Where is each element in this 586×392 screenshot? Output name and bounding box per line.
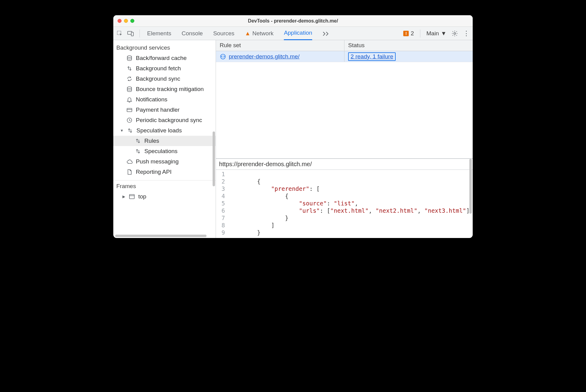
swap-vert-icon bbox=[135, 148, 141, 155]
svg-point-3 bbox=[454, 33, 456, 34]
item-bgfetch[interactable]: Background fetch bbox=[113, 63, 216, 74]
kebab-menu-icon[interactable]: ⋮ bbox=[463, 30, 470, 37]
item-payment[interactable]: Payment handler bbox=[113, 105, 216, 115]
item-label: top bbox=[138, 193, 146, 200]
ruleset-link[interactable]: prerender-demos.glitch.me/ bbox=[229, 53, 299, 60]
code-gutter: 1 2 3 4 5 6 7 8 9 bbox=[216, 170, 229, 236]
expand-arrow-icon: ▼ bbox=[120, 128, 124, 133]
code-circle-icon bbox=[220, 53, 226, 60]
sidebar-hscroll[interactable] bbox=[115, 235, 207, 237]
item-label: Reporting API bbox=[136, 169, 171, 175]
code-viewer: 1 2 3 4 5 6 7 8 9 { "prerender": [ { "so… bbox=[216, 170, 473, 238]
sidebar-vscroll[interactable] bbox=[213, 131, 215, 186]
grid-header: Rule set Status bbox=[216, 40, 473, 51]
devtools-window: DevTools - prerender-demos.glitch.me/ El… bbox=[113, 15, 473, 238]
swap-vert-icon bbox=[126, 65, 133, 72]
svg-rect-6 bbox=[127, 108, 132, 112]
item-rules[interactable]: Rules bbox=[113, 136, 216, 146]
item-notifications[interactable]: Notifications bbox=[113, 94, 216, 105]
cell-status: 2 ready, 1 failure bbox=[344, 51, 473, 62]
tab-network[interactable]: ▲ Network bbox=[245, 27, 274, 40]
item-label: Bounce tracking mitigation bbox=[136, 86, 204, 93]
item-speculative[interactable]: ▼ Speculative loads bbox=[113, 125, 216, 136]
item-label: Payment handler bbox=[136, 107, 180, 113]
grid-blank bbox=[216, 62, 473, 159]
expand-arrow-icon: ▶ bbox=[122, 194, 125, 199]
panel-tabs: Elements Console Sources ▲ Network Appli… bbox=[147, 27, 397, 40]
tab-sources[interactable]: Sources bbox=[213, 27, 235, 40]
gear-icon[interactable] bbox=[451, 30, 458, 37]
code-lines: { "prerender": [ { "source": "list", "ur… bbox=[229, 170, 473, 236]
zoom-window-button[interactable] bbox=[130, 19, 134, 23]
swap-vert-icon bbox=[127, 127, 133, 134]
item-label: Notifications bbox=[136, 96, 168, 103]
devtools-toolbar: Elements Console Sources ▲ Network Appli… bbox=[113, 27, 473, 40]
col-status[interactable]: Status bbox=[344, 40, 473, 51]
item-label: Background sync bbox=[136, 75, 180, 82]
section-background-services: Background services bbox=[113, 42, 216, 53]
database-icon bbox=[126, 86, 133, 93]
item-label: Background fetch bbox=[136, 65, 181, 72]
close-window-button[interactable] bbox=[118, 19, 122, 23]
window-title: DevTools - prerender-demos.glitch.me/ bbox=[113, 18, 473, 24]
col-ruleset[interactable]: Rule set bbox=[216, 40, 344, 51]
document-icon bbox=[126, 169, 133, 175]
frame-icon bbox=[129, 193, 135, 200]
bell-icon bbox=[126, 96, 133, 103]
svg-point-5 bbox=[127, 87, 132, 89]
item-periodic[interactable]: Periodic background sync bbox=[113, 115, 216, 125]
cell-ruleset: prerender-demos.glitch.me/ bbox=[216, 51, 344, 62]
issues-badge-icon: ! bbox=[403, 31, 409, 36]
warning-icon: ▲ bbox=[245, 30, 251, 37]
details-pane: https://prerender-demos.glitch.me/ 1 2 3… bbox=[216, 159, 473, 238]
svg-rect-8 bbox=[129, 194, 134, 199]
tabs-overflow[interactable] bbox=[323, 27, 330, 40]
database-icon bbox=[126, 55, 133, 61]
credit-card-icon bbox=[126, 107, 133, 113]
context-selector[interactable]: Main ▼ bbox=[426, 30, 447, 37]
item-frame-top[interactable]: ▶ top bbox=[113, 191, 216, 202]
traffic-lights bbox=[113, 19, 134, 23]
rules-pane: Rule set Status prerender-demos.glitch.m… bbox=[216, 40, 473, 238]
tab-elements[interactable]: Elements bbox=[147, 27, 171, 40]
item-label: Rules bbox=[144, 138, 159, 144]
swap-vert-icon bbox=[135, 138, 141, 144]
sync-icon bbox=[126, 75, 133, 82]
item-label: Speculations bbox=[144, 148, 178, 155]
tab-network-label: Network bbox=[252, 30, 274, 37]
ruleset-row[interactable]: prerender-demos.glitch.me/ 2 ready, 1 fa… bbox=[216, 51, 473, 62]
detail-url: https://prerender-demos.glitch.me/ bbox=[216, 159, 473, 170]
item-label: Periodic background sync bbox=[136, 117, 202, 124]
svg-point-4 bbox=[127, 56, 132, 58]
device-toggle-icon[interactable] bbox=[127, 30, 134, 37]
item-bfcache[interactable]: Back/forward cache bbox=[113, 53, 216, 63]
item-speculations[interactable]: Speculations bbox=[113, 146, 216, 156]
cloud-icon bbox=[126, 158, 133, 165]
item-label: Speculative loads bbox=[136, 127, 182, 134]
item-bounce[interactable]: Bounce tracking mitigation bbox=[113, 84, 216, 94]
status-link[interactable]: 2 ready, 1 failure bbox=[351, 53, 393, 60]
item-reporting[interactable]: Reporting API bbox=[113, 167, 216, 177]
item-bgsync[interactable]: Background sync bbox=[113, 74, 216, 84]
item-push[interactable]: Push messaging bbox=[113, 156, 216, 167]
tab-application[interactable]: Application bbox=[284, 27, 312, 40]
tab-console[interactable]: Console bbox=[182, 27, 203, 40]
section-frames: Frames bbox=[113, 180, 216, 191]
context-label: Main bbox=[426, 30, 439, 37]
panel-body: Background services Back/forward cache B… bbox=[113, 40, 473, 238]
svg-rect-2 bbox=[131, 32, 133, 36]
item-label: Push messaging bbox=[136, 158, 178, 165]
titlebar: DevTools - prerender-demos.glitch.me/ bbox=[113, 15, 473, 27]
chevron-down-icon: ▼ bbox=[441, 30, 447, 37]
issues-indicator[interactable]: ! 2 bbox=[403, 30, 414, 37]
minimize-window-button[interactable] bbox=[124, 19, 128, 23]
main-vscroll[interactable] bbox=[469, 159, 472, 214]
item-label: Back/forward cache bbox=[136, 55, 187, 61]
issues-count: 2 bbox=[411, 30, 414, 37]
application-sidebar: Background services Back/forward cache B… bbox=[113, 40, 216, 238]
clock-icon bbox=[126, 117, 133, 124]
inspect-icon[interactable] bbox=[116, 30, 123, 37]
